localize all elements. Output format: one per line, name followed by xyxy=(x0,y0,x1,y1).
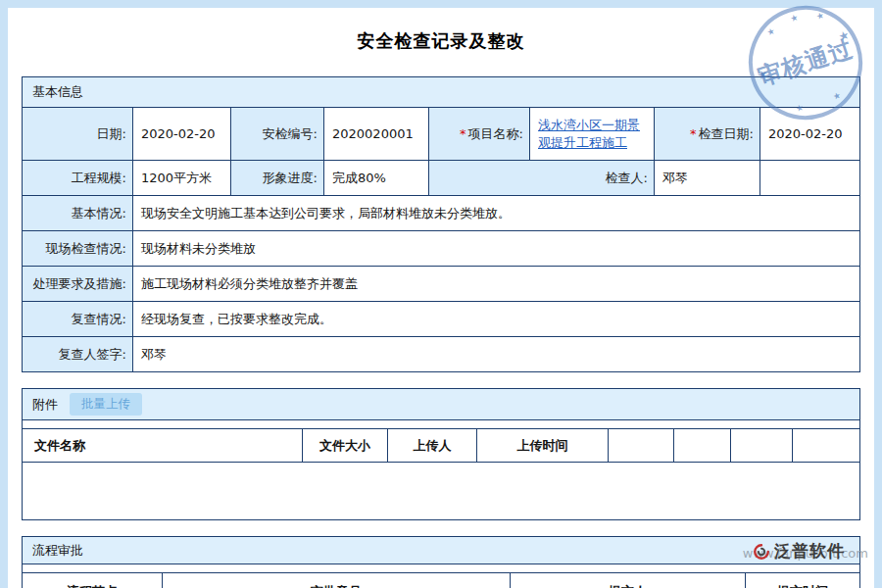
form-row-review: 复查情况: 经现场复查，已按要求整改完成。 xyxy=(23,302,860,337)
approval-panel: 流程审批 流程节点 审批意见 提交人 提交时间 xyxy=(22,536,860,588)
attachments-table: 文件名称 文件大小 上传人 上传时间 xyxy=(22,428,860,463)
approval-table: 流程节点 审批意见 提交人 提交时间 xyxy=(22,572,860,588)
column-header-upload-time: 上传时间 xyxy=(477,429,609,463)
field-value-date: 2020-02-20 xyxy=(133,108,231,161)
column-header-submitter: 提交人 xyxy=(511,573,746,588)
section-title-basic-info: 基本信息 xyxy=(23,77,860,108)
basic-info-table: 基本信息 日期: 2020-02-20 安检编号: 2020020001 *项目… xyxy=(22,76,860,372)
form-row-site-check: 现场检查情况: 现场材料未分类堆放 xyxy=(23,231,860,267)
brand-name: 泛普软件 xyxy=(774,540,845,563)
section-header-row: 基本信息 xyxy=(23,77,860,108)
required-asterisk: * xyxy=(690,126,697,141)
stamp-star-icon: ★ xyxy=(832,91,842,102)
form-row-requirements: 处理要求及措施: 施工现场材料必须分类堆放整齐并覆盖 xyxy=(23,267,860,302)
field-value-inspection-no: 2020020001 xyxy=(324,108,429,161)
attachments-header-bar: 附件 批量上传 xyxy=(23,389,859,420)
column-header-approval-opinion: 审批意见 xyxy=(163,573,511,588)
column-header-empty xyxy=(731,429,793,463)
field-label-progress: 形象进度: xyxy=(231,161,324,196)
field-label-requirements: 处理要求及措施: xyxy=(23,267,133,302)
column-header-file-name: 文件名称 xyxy=(23,429,303,463)
field-value-basic-situation: 现场安全文明施工基本达到公司要求，局部材料堆放未分类堆放。 xyxy=(133,196,860,231)
field-value-inspector: 邓琴 xyxy=(655,161,760,196)
stamp-star-icon: ★ xyxy=(795,103,805,114)
stamp-star-icon: ★ xyxy=(815,11,825,22)
main-content: 安全检查记录及整改 基本信息 日期: 2020-02-20 安检编号: 2020… xyxy=(8,8,874,588)
field-label-date: 日期: xyxy=(23,108,133,161)
field-value-project: 浅水湾小区一期景观提升工程施工 xyxy=(530,108,655,161)
column-header-empty xyxy=(609,429,674,463)
field-label-check-date: *检查日期: xyxy=(655,108,760,161)
column-header-empty xyxy=(793,429,860,463)
form-row-review-signature: 复查人签字: 邓琴 xyxy=(23,337,860,372)
form-row-1: 日期: 2020-02-20 安检编号: 2020020001 *项目名称: 浅… xyxy=(23,108,860,161)
field-value-requirements: 施工现场材料必须分类堆放整齐并覆盖 xyxy=(133,267,860,302)
form-row-basic-situation: 基本情况: 现场安全文明施工基本达到公司要求，局部材料堆放未分类堆放。 xyxy=(23,196,860,231)
stamp-star-icon: ★ xyxy=(789,13,799,24)
column-header-flow-node: 流程节点 xyxy=(23,573,163,588)
field-label-site-check: 现场检查情况: xyxy=(23,231,133,267)
section-title-attachments: 附件 xyxy=(32,396,58,414)
column-header-submit-time: 提交时间 xyxy=(746,573,860,588)
field-label-inspector: 检查人: xyxy=(429,161,655,196)
batch-upload-button[interactable]: 批量上传 xyxy=(70,393,142,416)
attachments-panel: 附件 批量上传 文件名称 文件大小 上传人 上传时间 xyxy=(22,388,860,520)
column-header-empty xyxy=(674,429,731,463)
field-value-scale: 1200平方米 xyxy=(133,161,231,196)
field-value-site-check: 现场材料未分类堆放 xyxy=(133,231,860,267)
brand-logo: 泛普软件 xyxy=(753,540,845,563)
field-value-progress: 完成80% xyxy=(324,161,429,196)
attachments-empty-body xyxy=(23,463,859,519)
empty-cell xyxy=(760,161,860,196)
field-label-basic-situation: 基本情况: xyxy=(23,196,133,231)
required-asterisk: * xyxy=(460,126,466,141)
field-label-scale: 工程规模: xyxy=(23,161,133,196)
fanpu-logo-icon xyxy=(753,543,770,561)
section-title-approval: 流程审批 xyxy=(32,542,83,560)
field-label-project: *项目名称: xyxy=(429,108,530,161)
field-value-review: 经现场复查，已按要求整改完成。 xyxy=(133,302,860,337)
page-title: 安全检查记录及整改 xyxy=(22,29,860,53)
field-label-inspection-no: 安检编号: xyxy=(231,108,324,161)
column-header-file-size: 文件大小 xyxy=(303,429,388,463)
stamp-star-icon: ★ xyxy=(765,26,775,37)
column-header-uploader: 上传人 xyxy=(388,429,477,463)
attachments-header-row: 文件名称 文件大小 上传人 上传时间 xyxy=(23,429,860,463)
form-row-2: 工程规模: 1200平方米 形象进度: 完成80% 检查人: 邓琴 xyxy=(23,161,860,196)
field-value-review-signature: 邓琴 xyxy=(133,337,860,372)
approval-header-bar: 流程审批 xyxy=(23,537,859,564)
stamp-star-icon: ★ xyxy=(837,28,851,43)
field-label-review: 复查情况: xyxy=(23,302,133,337)
project-link[interactable]: 浅水湾小区一期景观提升工程施工 xyxy=(538,118,640,150)
field-label-review-signature: 复查人签字: xyxy=(23,337,133,372)
approval-header-row: 流程节点 审批意见 提交人 提交时间 xyxy=(23,573,860,588)
